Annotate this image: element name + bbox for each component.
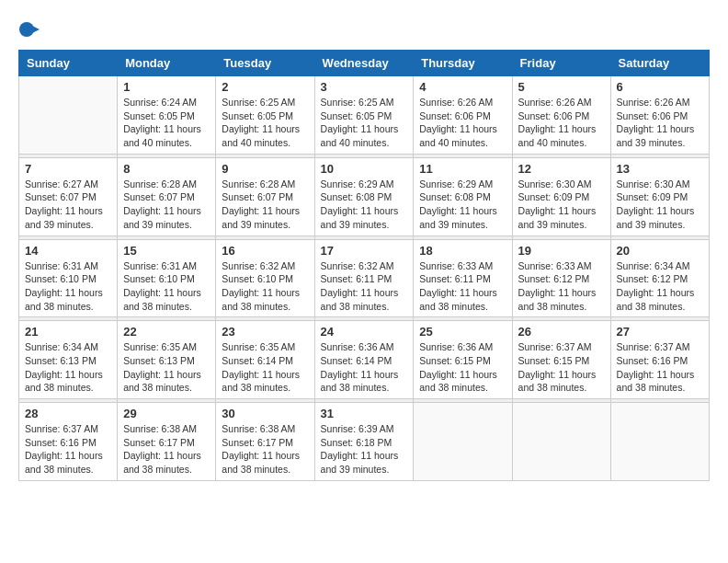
day-info: Sunrise: 6:37 AM Sunset: 6:16 PM Dayligh… <box>25 422 111 477</box>
day-info: Sunrise: 6:30 AM Sunset: 6:09 PM Dayligh… <box>617 178 703 232</box>
day-number: 1 <box>123 80 210 94</box>
day-info: Sunrise: 6:25 AM Sunset: 6:05 PM Dayligh… <box>222 96 308 150</box>
day-number: 14 <box>25 244 111 258</box>
page-header <box>18 18 710 40</box>
day-number: 20 <box>617 244 703 258</box>
day-number: 16 <box>222 244 308 258</box>
weekday-header: Monday <box>118 51 216 76</box>
calendar-cell <box>610 403 709 481</box>
logo-icon <box>18 18 40 40</box>
day-number: 26 <box>518 325 605 339</box>
day-number: 17 <box>321 244 408 258</box>
calendar-cell <box>512 403 610 481</box>
calendar-cell: 21Sunrise: 6:34 AM Sunset: 6:13 PM Dayli… <box>19 321 118 399</box>
calendar-cell: 25Sunrise: 6:36 AM Sunset: 6:15 PM Dayli… <box>414 321 512 399</box>
day-number: 21 <box>25 325 111 339</box>
calendar-cell: 14Sunrise: 6:31 AM Sunset: 6:10 PM Dayli… <box>19 239 118 317</box>
calendar-cell: 17Sunrise: 6:32 AM Sunset: 6:11 PM Dayli… <box>314 239 414 317</box>
day-info: Sunrise: 6:32 AM Sunset: 6:11 PM Dayligh… <box>321 259 408 314</box>
calendar-cell: 29Sunrise: 6:38 AM Sunset: 6:17 PM Dayli… <box>118 403 216 481</box>
weekday-header: Sunday <box>19 51 118 76</box>
calendar-cell: 18Sunrise: 6:33 AM Sunset: 6:11 PM Dayli… <box>414 239 512 317</box>
logo <box>18 18 42 40</box>
day-info: Sunrise: 6:28 AM Sunset: 6:07 PM Dayligh… <box>222 178 308 232</box>
day-info: Sunrise: 6:36 AM Sunset: 6:15 PM Dayligh… <box>419 340 506 395</box>
calendar-cell <box>414 403 512 481</box>
calendar-cell: 20Sunrise: 6:34 AM Sunset: 6:12 PM Dayli… <box>610 239 709 317</box>
calendar-week-row: 14Sunrise: 6:31 AM Sunset: 6:10 PM Dayli… <box>19 239 710 317</box>
day-info: Sunrise: 6:29 AM Sunset: 6:08 PM Dayligh… <box>321 178 408 232</box>
day-number: 23 <box>222 325 308 339</box>
calendar-cell: 15Sunrise: 6:31 AM Sunset: 6:10 PM Dayli… <box>118 239 216 317</box>
calendar-cell: 4Sunrise: 6:26 AM Sunset: 6:06 PM Daylig… <box>414 76 512 155</box>
calendar-cell: 26Sunrise: 6:37 AM Sunset: 6:15 PM Dayli… <box>512 321 610 399</box>
calendar-cell: 6Sunrise: 6:26 AM Sunset: 6:06 PM Daylig… <box>610 76 709 155</box>
day-info: Sunrise: 6:29 AM Sunset: 6:08 PM Dayligh… <box>419 178 506 232</box>
day-info: Sunrise: 6:35 AM Sunset: 6:13 PM Dayligh… <box>123 340 210 395</box>
day-number: 31 <box>321 407 408 420</box>
calendar-cell: 27Sunrise: 6:37 AM Sunset: 6:16 PM Dayli… <box>610 321 709 399</box>
day-info: Sunrise: 6:33 AM Sunset: 6:12 PM Dayligh… <box>518 259 605 314</box>
day-number: 3 <box>321 80 408 94</box>
svg-point-0 <box>19 22 34 37</box>
day-number: 25 <box>419 325 506 339</box>
day-info: Sunrise: 6:31 AM Sunset: 6:10 PM Dayligh… <box>25 259 111 314</box>
day-number: 2 <box>222 80 308 94</box>
calendar: SundayMondayTuesdayWednesdayThursdayFrid… <box>18 50 710 481</box>
day-info: Sunrise: 6:28 AM Sunset: 6:07 PM Dayligh… <box>123 178 210 232</box>
day-number: 8 <box>123 162 210 176</box>
day-number: 6 <box>617 80 703 94</box>
day-info: Sunrise: 6:39 AM Sunset: 6:18 PM Dayligh… <box>321 422 408 477</box>
calendar-cell: 12Sunrise: 6:30 AM Sunset: 6:09 PM Dayli… <box>512 157 610 236</box>
day-number: 18 <box>419 244 506 258</box>
day-number: 22 <box>123 325 210 339</box>
day-info: Sunrise: 6:34 AM Sunset: 6:13 PM Dayligh… <box>25 340 111 395</box>
day-info: Sunrise: 6:30 AM Sunset: 6:09 PM Dayligh… <box>518 178 605 232</box>
day-number: 9 <box>222 162 308 176</box>
day-number: 28 <box>25 407 111 420</box>
weekday-header: Tuesday <box>216 51 314 76</box>
day-info: Sunrise: 6:27 AM Sunset: 6:07 PM Dayligh… <box>25 178 111 232</box>
day-number: 19 <box>518 244 605 258</box>
day-info: Sunrise: 6:26 AM Sunset: 6:06 PM Dayligh… <box>419 96 506 150</box>
weekday-header: Wednesday <box>314 51 414 76</box>
calendar-cell: 1Sunrise: 6:24 AM Sunset: 6:05 PM Daylig… <box>118 76 216 155</box>
day-info: Sunrise: 6:24 AM Sunset: 6:05 PM Dayligh… <box>123 96 210 150</box>
day-info: Sunrise: 6:26 AM Sunset: 6:06 PM Dayligh… <box>518 96 605 150</box>
calendar-week-row: 1Sunrise: 6:24 AM Sunset: 6:05 PM Daylig… <box>19 76 710 155</box>
day-info: Sunrise: 6:35 AM Sunset: 6:14 PM Dayligh… <box>222 340 308 395</box>
calendar-week-row: 7Sunrise: 6:27 AM Sunset: 6:07 PM Daylig… <box>19 157 710 236</box>
weekday-header: Saturday <box>610 51 709 76</box>
day-info: Sunrise: 6:37 AM Sunset: 6:15 PM Dayligh… <box>518 340 605 395</box>
calendar-cell: 8Sunrise: 6:28 AM Sunset: 6:07 PM Daylig… <box>118 157 216 236</box>
calendar-cell: 30Sunrise: 6:38 AM Sunset: 6:17 PM Dayli… <box>216 403 314 481</box>
weekday-header: Friday <box>512 51 610 76</box>
day-number: 11 <box>419 162 506 176</box>
calendar-cell: 7Sunrise: 6:27 AM Sunset: 6:07 PM Daylig… <box>19 157 118 236</box>
day-info: Sunrise: 6:37 AM Sunset: 6:16 PM Dayligh… <box>617 340 703 395</box>
day-number: 24 <box>321 325 408 339</box>
day-info: Sunrise: 6:38 AM Sunset: 6:17 PM Dayligh… <box>222 422 308 477</box>
calendar-cell: 3Sunrise: 6:25 AM Sunset: 6:05 PM Daylig… <box>314 76 414 155</box>
day-number: 4 <box>419 80 506 94</box>
day-number: 15 <box>123 244 210 258</box>
calendar-cell: 2Sunrise: 6:25 AM Sunset: 6:05 PM Daylig… <box>216 76 314 155</box>
calendar-week-row: 21Sunrise: 6:34 AM Sunset: 6:13 PM Dayli… <box>19 321 710 399</box>
day-info: Sunrise: 6:34 AM Sunset: 6:12 PM Dayligh… <box>617 259 703 314</box>
calendar-cell: 22Sunrise: 6:35 AM Sunset: 6:13 PM Dayli… <box>118 321 216 399</box>
day-info: Sunrise: 6:26 AM Sunset: 6:06 PM Dayligh… <box>617 96 703 150</box>
calendar-cell: 23Sunrise: 6:35 AM Sunset: 6:14 PM Dayli… <box>216 321 314 399</box>
calendar-cell: 11Sunrise: 6:29 AM Sunset: 6:08 PM Dayli… <box>414 157 512 236</box>
day-number: 7 <box>25 162 111 176</box>
calendar-cell <box>19 76 118 155</box>
day-info: Sunrise: 6:31 AM Sunset: 6:10 PM Dayligh… <box>123 259 210 314</box>
day-info: Sunrise: 6:36 AM Sunset: 6:14 PM Dayligh… <box>321 340 408 395</box>
calendar-cell: 28Sunrise: 6:37 AM Sunset: 6:16 PM Dayli… <box>19 403 118 481</box>
day-info: Sunrise: 6:33 AM Sunset: 6:11 PM Dayligh… <box>419 259 506 314</box>
day-info: Sunrise: 6:32 AM Sunset: 6:10 PM Dayligh… <box>222 259 308 314</box>
day-info: Sunrise: 6:38 AM Sunset: 6:17 PM Dayligh… <box>123 422 210 477</box>
calendar-cell: 5Sunrise: 6:26 AM Sunset: 6:06 PM Daylig… <box>512 76 610 155</box>
weekday-header: Thursday <box>414 51 512 76</box>
svg-marker-1 <box>32 26 40 33</box>
calendar-cell: 10Sunrise: 6:29 AM Sunset: 6:08 PM Dayli… <box>314 157 414 236</box>
